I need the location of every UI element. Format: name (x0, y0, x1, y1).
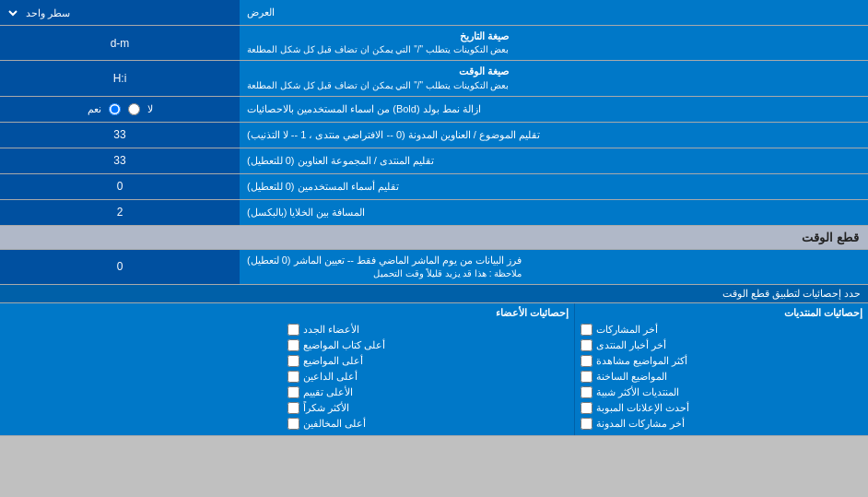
checkbox-item-5: المنتديات الأكثر شبية (581, 385, 862, 400)
stats-cutoff-section: حدد إحصائيات لتطبيق قطع الوقت إحصائيات ا… (0, 285, 868, 436)
time-format-input[interactable] (6, 72, 234, 85)
checkbox-latest-ads[interactable] (581, 402, 592, 414)
checkbox-item-1: أخر المشاركات (581, 322, 862, 337)
checkbox-top-rated-cb[interactable] (287, 386, 299, 398)
checkbox-top-writers-cb[interactable] (287, 339, 299, 351)
checkbox-top-invitors-cb[interactable] (287, 371, 299, 383)
single-line-select-container[interactable]: سطر واحد (0, 0, 240, 25)
checkbox-new-members: الأعضاء الجدد (287, 322, 569, 337)
checkbox-top-rated: الأعلى تقييم (287, 385, 569, 400)
users-trim-input-container[interactable] (0, 174, 240, 199)
topics-trim-row: تقليم الموضوع / العناوين المدونة (0 -- ا… (0, 123, 868, 148)
spacing-input-container[interactable] (0, 200, 240, 225)
forums-stats-col: إحصائيات المنتديات أخر المشاركات أخر أخب… (575, 303, 868, 435)
bold-no-label: لا (147, 103, 153, 115)
time-format-label: صيغة الوقت بعض التكوينات يتطلب "/" التي … (240, 61, 868, 95)
bold-yes-label: نعم (88, 103, 101, 115)
cutoff-row: فرز البيانات من يوم الماشر الماضي فقط --… (0, 250, 868, 285)
bold-no-radio[interactable] (128, 103, 140, 115)
bold-yes-radio[interactable] (109, 103, 121, 115)
checkbox-top-violators: أعلى المخالفين (287, 416, 569, 432)
date-format-row: صيغة التاريخ بعض التكوينات يتطلب "/" الت… (0, 26, 868, 61)
spacing-label: المسافة بين الخلايا (بالبكسل) (240, 200, 868, 225)
bold-label: ازالة نمط بولد (Bold) من اسماء المستخدمي… (240, 97, 868, 122)
forum-trim-label: تقليم المنتدى / المجموعة العناوين (0 للت… (240, 148, 868, 173)
display-label: العرض (240, 0, 868, 25)
single-line-select[interactable]: سطر واحد (6, 5, 78, 21)
checkbox-last-news[interactable] (581, 339, 592, 351)
stats-cutoff-header: حدد إحصائيات لتطبيق قطع الوقت (0, 285, 868, 303)
checkbox-item-2: أخر أخبار المنتدى (581, 337, 862, 353)
members-stats-title: إحصائيات الأعضاء (287, 307, 569, 322)
checkbox-hot-topics[interactable] (581, 371, 592, 383)
checkbox-top-invitors: أعلى الداعين (287, 369, 569, 385)
checkboxes-grid: إحصائيات المنتديات أخر المشاركات أخر أخب… (0, 303, 868, 435)
users-trim-label: تقليم أسماء المستخدمين (0 للتعطيل) (240, 174, 868, 199)
spacing-row: المسافة بين الخلايا (بالبكسل) (0, 200, 868, 226)
checkbox-top-writers: أعلى كتاب المواضيع (287, 337, 569, 353)
users-trim-row: تقليم أسماء المستخدمين (0 للتعطيل) (0, 174, 868, 200)
date-format-input-container[interactable] (0, 26, 240, 60)
checkbox-item-6: أحدث الإعلانات المبوبة (581, 400, 862, 416)
cutoff-label: فرز البيانات من يوم الماشر الماضي فقط --… (240, 250, 868, 284)
members-stats-col: إحصائيات الأعضاء الأعضاء الجدد أعلى كتاب… (282, 303, 575, 435)
forum-trim-row: تقليم المنتدى / المجموعة العناوين (0 للت… (0, 148, 868, 174)
users-trim-input[interactable] (6, 180, 234, 193)
bold-radio-container[interactable]: لا نعم (0, 97, 240, 122)
date-format-input[interactable] (6, 37, 234, 50)
checkbox-last-posts[interactable] (581, 324, 592, 336)
col-divider (574, 303, 575, 435)
forum-trim-input-container[interactable] (0, 148, 240, 173)
bold-row: ازالة نمط بولد (Bold) من اسماء المستخدمي… (0, 97, 868, 123)
stats-cutoff-title: حدد إحصائيات لتطبيق قطع الوقت (7, 288, 861, 300)
display-row: العرض سطر واحد (0, 0, 868, 26)
checkbox-item-3: أكثر المواضيع مشاهدة (581, 353, 862, 369)
date-format-label: صيغة التاريخ بعض التكوينات يتطلب "/" الت… (240, 26, 868, 60)
checkbox-top-violators-cb[interactable] (287, 418, 299, 430)
checkbox-most-thanks-cb[interactable] (287, 402, 299, 414)
checkbox-most-thanks: الأكثر شكراً (287, 400, 569, 416)
time-format-row: صيغة الوقت بعض التكوينات يتطلب "/" التي … (0, 61, 868, 96)
stats-empty-col (0, 303, 282, 435)
checkbox-most-popular[interactable] (581, 386, 592, 398)
checkbox-item-4: المواضيع الساخنة (581, 369, 862, 385)
checkbox-item-7: أخر مشاركات المدونة (581, 416, 862, 432)
cutoff-input[interactable] (6, 260, 234, 273)
checkbox-new-members-cb[interactable] (287, 324, 299, 336)
topics-trim-input[interactable] (6, 128, 234, 141)
checkbox-top-topics-cb[interactable] (287, 355, 299, 367)
topics-trim-label: تقليم الموضوع / العناوين المدونة (0 -- ا… (240, 123, 868, 148)
checkbox-most-viewed[interactable] (581, 355, 592, 367)
time-format-input-container[interactable] (0, 61, 240, 95)
forum-trim-input[interactable] (6, 154, 234, 167)
cutoff-section-header: قطع الوقت (0, 226, 868, 250)
spacing-input[interactable] (6, 206, 234, 219)
forums-stats-title: إحصائيات المنتديات (581, 307, 862, 322)
cutoff-input-container[interactable] (0, 250, 240, 284)
topics-trim-input-container[interactable] (0, 123, 240, 148)
checkbox-top-topics: أعلى المواضيع (287, 353, 569, 369)
checkbox-last-blog[interactable] (581, 418, 592, 430)
